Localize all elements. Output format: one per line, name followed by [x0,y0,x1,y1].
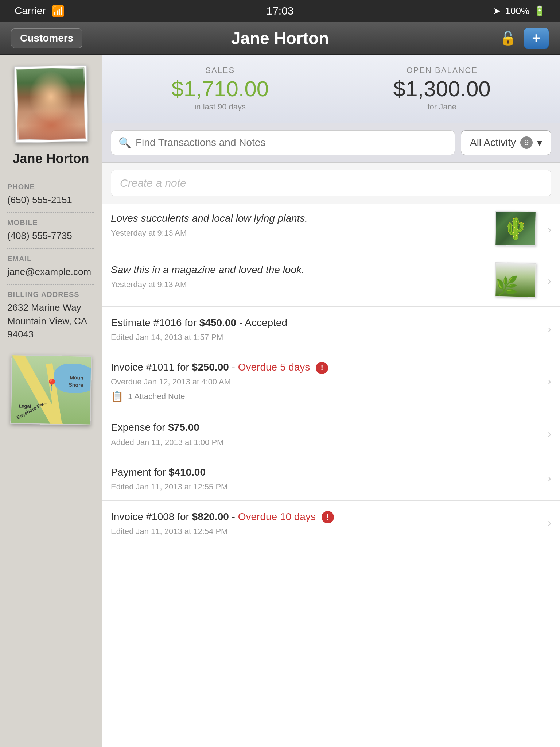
main-layout: Jane Horton PHONE (650) 555-2151 MOBILE … [0,55,560,747]
filter-label: All Activity [470,137,516,148]
chevron-right-icon: › [548,275,551,287]
note-create-placeholder: Create a note [120,177,186,189]
chevron-right-icon: › [548,323,551,335]
note-subtitle: Yesterday at 9:13 AM [111,280,489,289]
billing-line1: 2632 Marine Way [7,301,94,314]
warning-icon: ! [322,511,334,523]
phone-section: PHONE (650) 555-2151 [7,177,94,212]
chevron-right-icon: › [548,472,551,484]
note-attachment-label: 1 Attached Note [128,392,185,401]
chevron-down-icon: ▾ [537,137,542,149]
map-label-legal: Legal [19,403,31,409]
invoice1-subtitle: Overdue Jan 12, 2013 at 4:00 AM [111,377,539,387]
sidebar: Jane Horton PHONE (650) 555-2151 MOBILE … [0,55,102,747]
map-pin: 📍 [44,378,59,392]
content-area: SALES $1,710.00 in last 90 days OPEN BAL… [102,55,560,747]
add-button[interactable]: + [524,28,549,49]
balance-stat: OPEN BALANCE $1,300.00 for Jane [339,66,546,112]
invoice1-title: Invoice #1011 for $250.00 - Overdue 5 da… [111,360,539,374]
mobile-section: MOBILE (408) 555-7735 [7,212,94,248]
list-item[interactable]: Estimate #1016 for $450.00 - Accepted Ed… [102,307,560,351]
expense-title: Expense for $75.00 [111,420,539,434]
activity-content: Invoice #1011 for $250.00 - Overdue 5 da… [111,360,539,402]
page-title: Jane Horton [231,28,329,48]
map-label-moun: Moun [70,375,83,381]
estimate-title: Estimate #1016 for $450.00 - Accepted [111,316,539,330]
chevron-right-icon: › [548,427,551,440]
note-create-area: Create a note [102,163,560,204]
overdue-text: Overdue 10 days [238,511,316,522]
stats-divider [331,70,331,107]
sales-label: SALES [117,66,324,75]
search-filter-bar: 🔍 All Activity 9 ▾ [102,123,560,163]
location-icon: ➤ [493,5,501,17]
stats-bar: SALES $1,710.00 in last 90 days OPEN BAL… [102,55,560,123]
list-item[interactable]: Invoice #1008 for $820.00 - Overdue 10 d… [102,501,560,545]
activity-content: Invoice #1008 for $820.00 - Overdue 10 d… [111,510,539,536]
filter-count-badge: 9 [520,136,533,149]
sales-stat: SALES $1,710.00 in last 90 days [117,66,324,112]
activity-list: Loves succulents and local low lying pla… [102,204,560,747]
avatar-photo [16,67,85,140]
chevron-right-icon: › [548,223,551,236]
map-label-shore: Shore [69,382,83,388]
payment-subtitle: Edited Jan 11, 2013 at 12:55 PM [111,482,539,492]
battery-label: 100% [505,5,530,17]
status-bar: Carrier 📶 17:03 ➤ 100% 🔋 [0,0,560,22]
invoice2-amount: $820.00 [192,511,229,522]
billing-line2: Mountain View, CA 94043 [7,314,94,341]
note-title: Saw this in a magazine and loved the loo… [111,263,489,277]
avatar-frame [14,65,88,143]
email-section: EMAIL jane@example.com [7,248,94,284]
map-container[interactable]: 📍 Bayshore Fw... Moun Shore Legal [10,355,92,425]
wifi-icon: 📶 [52,5,65,17]
search-input[interactable] [136,137,447,148]
list-item[interactable]: Expense for $75.00 Added Jan 11, 2013 at… [102,411,560,456]
balance-label: OPEN BALANCE [339,66,546,75]
list-item[interactable]: Saw this in a magazine and loved the loo… [102,255,560,307]
activity-content: Loves succulents and local low lying pla… [111,211,489,238]
activity-image: 🌿 [495,262,539,299]
phone-value: (650) 555-2151 [7,193,94,206]
list-item[interactable]: Invoice #1011 for $250.00 - Overdue 5 da… [102,351,560,411]
mobile-value: (408) 555-7735 [7,229,94,242]
activity-content: Estimate #1016 for $450.00 - Accepted Ed… [111,316,539,342]
email-value: jane@example.com [7,265,94,278]
phone-label: PHONE [7,183,94,191]
email-label: EMAIL [7,255,94,263]
balance-sub: for Jane [339,102,546,112]
note-subtitle: Yesterday at 9:13 AM [111,228,489,238]
status-right: ➤ 100% 🔋 [493,5,546,17]
expense-subtitle: Added Jan 11, 2013 at 1:00 PM [111,438,539,447]
mobile-label: MOBILE [7,218,94,227]
lock-button[interactable]: 🔓 [500,31,516,46]
payment-title: Payment for $410.00 [111,465,539,479]
activity-content: Saw this in a magazine and loved the loo… [111,263,489,289]
back-button[interactable]: Customers [11,28,82,48]
carrier-label: Carrier [15,5,46,17]
nav-actions: 🔓 + [500,28,549,49]
search-icon: 🔍 [118,137,131,149]
warning-icon: ! [316,362,328,374]
billing-section: BILLING ADDRESS 2632 Marine Way Mountain… [7,284,94,347]
invoice1-amount: $250.00 [192,361,229,373]
garden-photo: 🌿 [495,262,536,298]
status-carrier: Carrier 📶 [15,5,65,17]
activity-content: Payment for $410.00 Edited Jan 11, 2013 … [111,465,539,492]
note-create-input[interactable]: Create a note [111,170,551,196]
overdue-text: Overdue 5 days [238,361,310,373]
list-item[interactable]: Payment for $410.00 Edited Jan 11, 2013 … [102,456,560,501]
estimate-amount: $450.00 [199,317,236,328]
battery-icon: 🔋 [534,5,545,17]
succulent-photo: 🌵 [495,211,536,246]
map-background: 📍 Bayshore Fw... Moun Shore Legal [10,355,92,425]
expense-amount: $75.00 [168,422,199,433]
status-time: 17:03 [266,5,293,17]
filter-button[interactable]: All Activity 9 ▾ [461,130,551,155]
search-box[interactable]: 🔍 [111,130,455,155]
chevron-right-icon: › [548,375,551,387]
list-item[interactable]: Loves succulents and local low lying pla… [102,204,560,255]
succulent-emoji: 🌵 [495,212,536,245]
invoice2-subtitle: Edited Jan 11, 2013 at 12:54 PM [111,527,539,536]
note-attachment-icon: 📋 [111,390,124,402]
